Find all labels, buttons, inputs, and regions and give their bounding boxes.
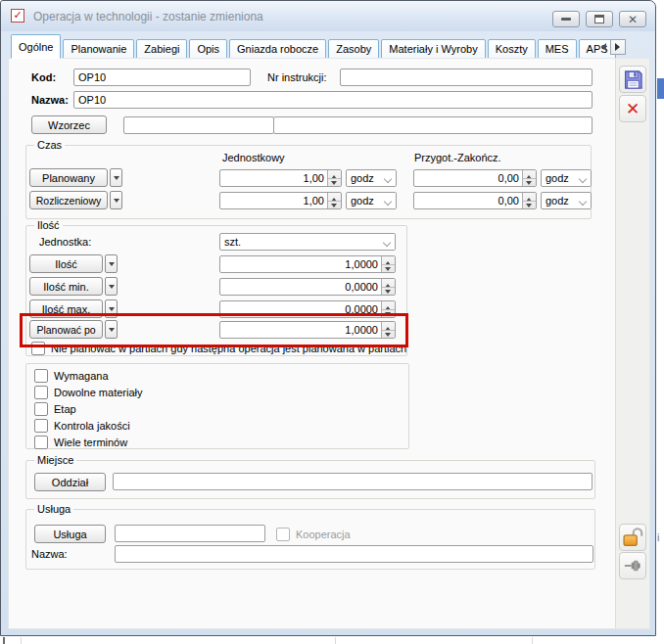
open-padlock-icon (622, 527, 643, 548)
wymagana-checkbox[interactable]: Wymagana (34, 369, 109, 383)
rozliczeniowy-dropdown-button[interactable] (110, 191, 122, 209)
spinner-arrows-icon[interactable] (381, 322, 395, 338)
tab-ogolne[interactable]: Ogólne (11, 34, 61, 59)
chevron-down-icon (577, 170, 591, 186)
nr-instrukcji-input[interactable] (340, 69, 593, 86)
chevron-down-icon (577, 193, 591, 208)
spinner-arrows-icon[interactable] (327, 193, 341, 208)
pin-button[interactable] (619, 552, 646, 579)
maximize-button[interactable] (586, 11, 613, 27)
ilosc-min-dropdown-button[interactable] (105, 277, 118, 296)
dowolne-materialy-checkbox[interactable]: Dowolne materiały (34, 386, 142, 399)
spinner-arrows-icon[interactable] (327, 170, 341, 186)
jednostka-combo[interactable]: szt. (219, 233, 396, 251)
kooperacja-checkbox[interactable]: Kooperacja (276, 528, 351, 541)
ilosc-max-dropdown-button[interactable] (105, 299, 118, 318)
ilosc-min-button[interactable]: Ilość min. (29, 277, 103, 296)
ilosc-max-button[interactable]: Ilość max. (29, 299, 103, 318)
tab-koszty[interactable]: Koszty (488, 39, 536, 59)
tab-planowanie[interactable]: Planowanie (63, 39, 134, 59)
side-toolbar: ✕ (615, 59, 649, 628)
tab-opis[interactable]: Opis (189, 39, 227, 59)
chevron-down-icon (109, 285, 115, 292)
planowany-jednostkowy-unit-combo[interactable]: godz (346, 169, 397, 187)
dialog-body: Kod: Nr instrukcji: Nazwa: Wzorzec Czas … (8, 58, 650, 629)
ilosc-max-spinner[interactable]: 0,0000 (219, 300, 396, 318)
spinner-arrows-icon[interactable] (381, 301, 395, 317)
tab-content-ogolne: Kod: Nr instrukcji: Nazwa: Wzorzec Czas … (9, 59, 615, 628)
usluga-button[interactable]: Usługa (34, 525, 106, 543)
tab-zabiegi[interactable]: Zabiegi (136, 39, 187, 59)
maximize-icon (594, 15, 604, 23)
close-button[interactable]: ✕ (619, 11, 646, 27)
planowac-po-spinner[interactable]: 1,0000 (219, 321, 396, 339)
miejsce-legend: Miejsce (34, 454, 76, 466)
tab-gniazda-robocze[interactable]: Gniazda robocze (229, 39, 326, 59)
nr-instrukcji-label: Nr instrukcji: (267, 71, 327, 83)
wzorzec-kod-input[interactable] (123, 116, 274, 134)
cancel-button[interactable]: ✕ (619, 95, 646, 122)
chevron-right-icon (615, 43, 624, 51)
spinner-arrows-icon[interactable] (381, 279, 395, 295)
background-gridline (335, 637, 336, 644)
unlock-button[interactable] (619, 524, 646, 551)
checkbox-icon (34, 436, 48, 449)
oddzial-input[interactable] (113, 473, 593, 490)
kod-label: Kod: (31, 71, 56, 83)
oddzial-button[interactable]: Oddział (34, 473, 106, 491)
ilosc-button[interactable]: Ilość (29, 254, 103, 273)
etap-checkbox[interactable]: Etap (34, 402, 76, 416)
wzorzec-nazwa-input[interactable] (273, 116, 593, 134)
rozliczeniowy-jednostkowy-unit-combo[interactable]: godz (346, 192, 397, 209)
planowany-button[interactable]: Planowany (29, 168, 108, 187)
background-gridline (3, 637, 5, 644)
chevron-down-icon (109, 262, 115, 269)
nie-planowac-w-partiach-checkbox[interactable]: Nie planować w partiach gdy następna ope… (31, 342, 406, 355)
chevron-down-icon (381, 234, 395, 250)
ilosc-min-spinner[interactable]: 0,0000 (219, 278, 396, 296)
minimize-button[interactable] (552, 11, 580, 27)
planowany-przygot-spinner[interactable]: 0,00 (413, 169, 537, 187)
spinner-arrows-icon[interactable] (522, 170, 536, 186)
titlebar: ✓ Operacja w technologii - zostanie zmie… (1, 1, 655, 31)
planowany-przygot-unit-combo[interactable]: godz (541, 169, 592, 187)
window-title: Operacja w technologii - zostanie zmieni… (33, 10, 263, 23)
checkbox-icon (276, 528, 290, 541)
rozliczeniowy-button[interactable]: Rozliczeniowy (29, 191, 108, 209)
planowac-po-dropdown-button[interactable] (105, 320, 118, 339)
usluga-nazwa-label: Nazwa: (31, 548, 68, 560)
usluga-nazwa-input[interactable] (115, 545, 593, 563)
tab-mes[interactable]: MES (538, 39, 577, 59)
planowany-jednostkowy-spinner[interactable]: 1,00 (219, 169, 342, 187)
checkbox-icon (34, 369, 48, 383)
ilosc-dropdown-button[interactable] (105, 254, 118, 273)
nazwa-input[interactable] (73, 91, 593, 109)
pushpin-icon (623, 556, 642, 575)
usluga-input[interactable] (115, 525, 265, 542)
tab-zasoby[interactable]: Zasoby (328, 39, 379, 59)
background-selection-fragment (657, 78, 664, 99)
tab-scroll-left-button[interactable] (596, 40, 608, 54)
planowany-dropdown-button[interactable] (110, 168, 122, 187)
rozliczeniowy-przygot-unit-combo[interactable]: godz (541, 192, 592, 209)
tab-materialy-i-wyroby[interactable]: Materiały i Wyroby (381, 39, 485, 59)
kontrola-jakosci-checkbox[interactable]: Kontrola jakości (34, 419, 130, 433)
save-button[interactable] (619, 66, 646, 93)
dialog-window: ✓ Operacja w technologii - zostanie zmie… (0, 0, 656, 636)
wiele-terminow-checkbox[interactable]: Wiele terminów (34, 436, 127, 449)
tab-scroll-right-button[interactable] (610, 39, 626, 55)
rozliczeniowy-przygot-spinner[interactable]: 0,00 (413, 192, 537, 209)
kod-input[interactable] (73, 69, 251, 86)
ilosc-spinner[interactable]: 1,0000 (219, 255, 396, 273)
background-clipped-text: i (657, 531, 659, 543)
spinner-arrows-icon[interactable] (381, 256, 395, 272)
checkbox-icon (34, 386, 48, 399)
tab-strip: Ogólne Planowanie Zabiegi Opis Gniazda r… (11, 33, 616, 59)
background-gridline (21, 637, 22, 644)
rozliczeniowy-jednostkowy-spinner[interactable]: 1,00 (219, 192, 342, 209)
spinner-arrows-icon[interactable] (522, 193, 536, 208)
wzorzec-button[interactable]: Wzorzec (31, 115, 107, 134)
przygot-zakoncz-column-header: Przygot.-Zakończ. (414, 152, 501, 163)
planowac-po-button[interactable]: Planować po (29, 320, 103, 339)
usluga-legend: Usługa (34, 503, 73, 515)
